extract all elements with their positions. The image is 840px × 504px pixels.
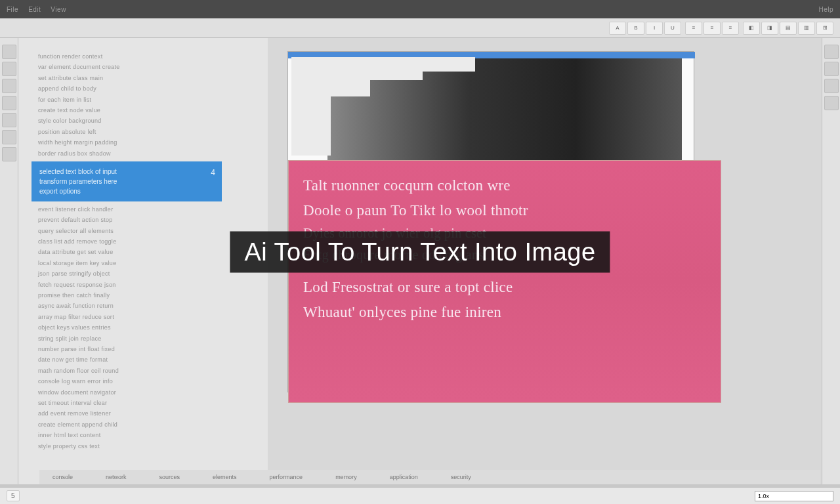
code-line: array map filter reduce sort: [25, 312, 261, 322]
footer-tab[interactable]: security: [451, 474, 471, 480]
code-line: local storage item key value: [25, 258, 261, 268]
code-line: json parse stringify object: [25, 268, 261, 279]
overlay-text-line: Talt ruonner cocqurn colcton wre: [303, 174, 706, 198]
code-line: object keys values entries: [25, 322, 261, 333]
code-line: query selector all elements: [25, 226, 261, 236]
code-line: prevent default action stop: [25, 215, 261, 225]
tool-align-right[interactable]: ≡: [722, 22, 739, 35]
code-line: for each item in list: [25, 94, 261, 105]
code-line: date now get time format: [25, 354, 261, 365]
toolbar: A B I U ≡ ≡ ≡ ◧ ◨ ▤ ▥ ⊞: [0, 18, 840, 38]
code-line: number parse int float fixed: [25, 344, 261, 354]
tool-pointer-icon[interactable]: [2, 45, 16, 59]
footer-tab[interactable]: memory: [335, 474, 357, 480]
code-line: width height margin padding: [25, 137, 261, 148]
code-line: inner html text content: [25, 430, 261, 440]
footer-tabs: console network sources elements perform…: [39, 470, 820, 484]
selection-line: transform parameters here: [39, 177, 214, 186]
footer-tab[interactable]: console: [52, 474, 73, 480]
tool-btn-i[interactable]: I: [646, 22, 663, 35]
code-line: set timeout interval clear: [25, 398, 261, 408]
code-line: math random floor ceil round: [25, 366, 261, 376]
tool-grid[interactable]: ⊞: [816, 22, 833, 35]
tool-select-icon[interactable]: [2, 62, 16, 76]
footer-tab[interactable]: sources: [159, 474, 180, 480]
tool-brush-icon[interactable]: [2, 113, 16, 127]
left-toolstrip: [0, 38, 18, 484]
mask-region: [291, 57, 475, 72]
canvas-frame[interactable]: Talt ruonner cocqurn colcton wre Doole o…: [287, 51, 694, 392]
tool-shape-icon[interactable]: [2, 96, 16, 110]
tool-layout-1[interactable]: ◧: [743, 22, 760, 35]
code-line: border radius box shadow: [25, 148, 261, 159]
code-line: append child to body: [25, 83, 261, 94]
right-toolstrip: [822, 38, 840, 484]
code-line: class list add remove toggle: [25, 236, 261, 247]
code-line: promise then catch finally: [25, 290, 261, 301]
code-line: var element document create: [25, 62, 261, 72]
tool-align-center[interactable]: ≡: [704, 22, 721, 35]
footer-tab[interactable]: application: [390, 474, 418, 480]
menu-edit[interactable]: Edit: [28, 6, 41, 13]
tool-layers-icon[interactable]: [824, 62, 839, 76]
overlay-text-line: Whuaut' onlyces pine fue iniren: [303, 301, 706, 324]
selection-line: selected text block of input: [39, 167, 214, 177]
tool-zoom-icon[interactable]: [824, 45, 839, 59]
code-line: position absolute left: [25, 127, 261, 137]
menu-help[interactable]: Help: [818, 6, 833, 13]
code-line: event listener click handler: [25, 204, 261, 215]
tool-btn-b[interactable]: B: [627, 22, 644, 35]
status-page[interactable]: 5: [7, 490, 20, 501]
menubar: File Edit View Help: [0, 0, 840, 18]
code-line: window document navigator: [25, 387, 261, 398]
code-line: style color background: [25, 116, 261, 126]
status-zoom-field[interactable]: [755, 491, 833, 501]
code-line: create element append child: [25, 419, 261, 430]
code-line: create text node value: [25, 105, 261, 116]
footer-tab[interactable]: performance: [270, 474, 303, 480]
tool-fill-icon[interactable]: [2, 147, 16, 161]
tool-color-icon[interactable]: [824, 96, 839, 110]
tool-btn-a[interactable]: A: [609, 22, 626, 35]
overlay-text-line: Lod Fresostrat or sure a topt clice: [303, 276, 706, 299]
selection-line: export options: [39, 186, 214, 196]
code-line: async await function return: [25, 301, 261, 311]
tool-align-left[interactable]: ≡: [685, 22, 702, 35]
tool-btn-u[interactable]: U: [664, 22, 681, 35]
overlay-text-line: Doole o paun To Tikt lo wool thnotr: [303, 199, 706, 222]
tool-history-icon[interactable]: [824, 79, 839, 93]
menu-file[interactable]: File: [7, 6, 18, 13]
watermark-title: Ai Tool To Turn Text Into Image: [230, 232, 610, 273]
code-line: add event remove listener: [25, 408, 261, 419]
code-line: style property css text: [25, 441, 261, 452]
footer-tab[interactable]: elements: [213, 474, 237, 480]
selection-count: 4: [211, 167, 215, 178]
menu-view[interactable]: View: [51, 6, 66, 13]
status-bar: 5: [0, 487, 840, 504]
tool-erase-icon[interactable]: [2, 130, 16, 144]
footer-tab[interactable]: network: [106, 474, 127, 480]
tool-layout-2[interactable]: ◨: [761, 22, 778, 35]
selection-highlight[interactable]: selected text block of input transform p…: [32, 161, 222, 201]
text-overlay-box[interactable]: Talt ruonner cocqurn colcton wre Doole o…: [288, 160, 721, 403]
code-line: string split join replace: [25, 333, 261, 344]
tool-layout-3[interactable]: ▤: [780, 22, 797, 35]
tool-text-icon[interactable]: [2, 79, 16, 93]
code-line: console log warn error info: [25, 376, 261, 387]
code-line: data attribute get set value: [25, 247, 261, 257]
code-line: function render context: [25, 51, 261, 62]
code-line: fetch request response json: [25, 280, 261, 290]
code-line: set attribute class main: [25, 73, 261, 83]
tool-layout-4[interactable]: ▥: [798, 22, 815, 35]
